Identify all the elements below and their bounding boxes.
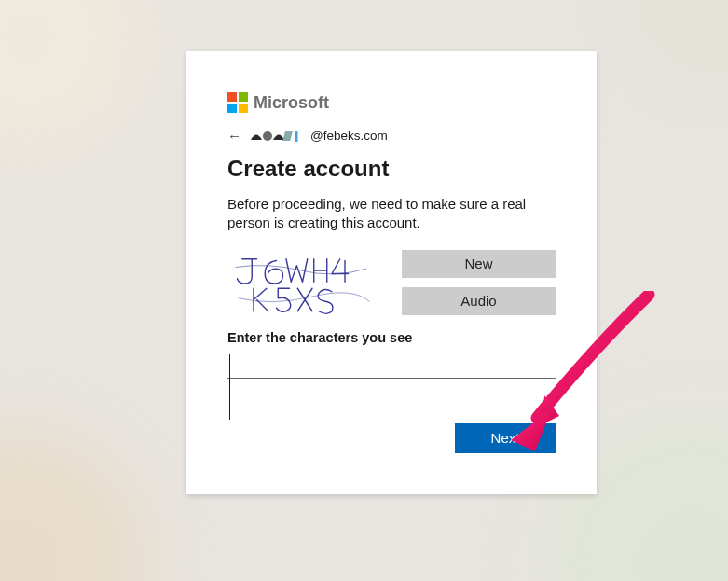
identity-row[interactable]: ← @febeks.com	[227, 128, 556, 143]
svg-rect-5	[282, 131, 293, 141]
captcha-input-label: Enter the characters you see	[227, 330, 556, 345]
microsoft-logo-icon	[227, 92, 248, 113]
next-button[interactable]: Next	[455, 423, 556, 453]
svg-rect-2	[227, 104, 237, 113]
captcha-button-stack: New Audio	[402, 250, 556, 317]
bg-blob	[616, 0, 728, 93]
svg-rect-0	[227, 92, 237, 102]
captcha-new-button[interactable]: New	[402, 250, 556, 278]
action-row: Next	[227, 423, 556, 453]
captcha-row: New Audio	[227, 250, 556, 317]
svg-rect-1	[239, 92, 248, 102]
captcha-image	[227, 250, 391, 317]
bg-blob	[0, 0, 149, 159]
brand-row: Microsoft	[227, 92, 556, 113]
brand-name: Microsoft	[254, 93, 329, 113]
page-title: Create account	[227, 156, 556, 182]
bg-blob	[0, 432, 149, 581]
email-masked-prefix	[249, 128, 305, 143]
signup-card: Microsoft ← @febeks.com Create account B…	[186, 51, 597, 494]
captcha-input[interactable]	[227, 351, 556, 379]
back-arrow-icon[interactable]: ←	[227, 129, 241, 143]
svg-point-4	[263, 131, 272, 141]
captcha-audio-button[interactable]: Audio	[402, 287, 556, 315]
svg-rect-6	[295, 131, 298, 142]
account-email-domain: @febeks.com	[310, 129, 388, 143]
page-description: Before proceeding, we need to make sure …	[227, 195, 535, 233]
svg-rect-3	[239, 104, 248, 113]
